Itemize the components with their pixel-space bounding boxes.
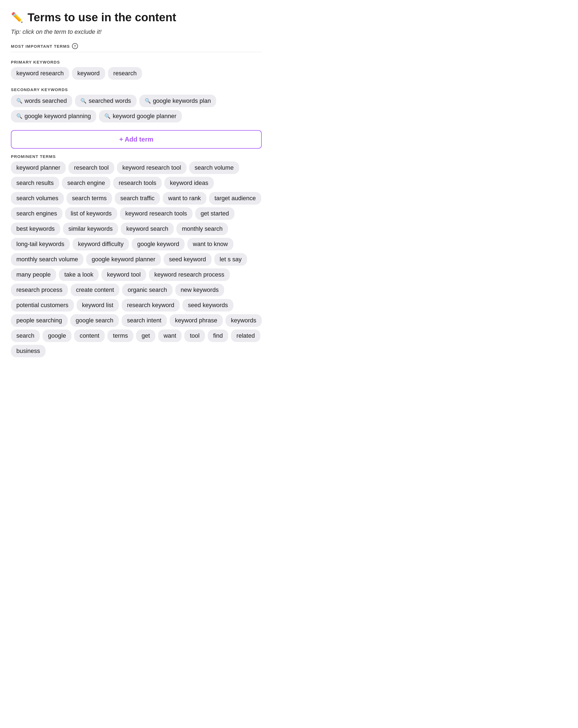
tag-keyword-tool[interactable]: keyword tool — [102, 268, 146, 281]
tag-keyword-research-process[interactable]: keyword research process — [149, 268, 230, 281]
tag-terms[interactable]: terms — [107, 330, 133, 342]
tag-search-engine[interactable]: search engine — [62, 177, 110, 189]
tag-words-searched[interactable]: 🔍 words searched — [11, 95, 72, 107]
tag-new-keywords[interactable]: new keywords — [175, 284, 224, 296]
primary-keywords-label: PRIMARY KEYWORDS — [11, 60, 262, 64]
tip-text: Tip: click on the term to exclude it! — [11, 28, 262, 35]
tag-long-tail-keywords[interactable]: long-tail keywords — [11, 238, 70, 251]
page-title: Terms to use in the content — [28, 11, 176, 24]
tag-research-tool[interactable]: research tool — [68, 161, 114, 174]
tag-keyword-research-tools[interactable]: keyword research tools — [120, 207, 192, 220]
search-icon: 🔍 — [16, 113, 22, 119]
tag-google-keywords-plan[interactable]: 🔍 google keywords plan — [139, 95, 217, 107]
tag-seed-keywords[interactable]: seed keywords — [183, 299, 233, 311]
search-icon: 🔍 — [80, 98, 86, 104]
add-term-button[interactable]: + Add term — [11, 130, 262, 149]
tag-target-audience[interactable]: target audience — [209, 192, 262, 205]
tag-research[interactable]: research — [108, 67, 142, 80]
tag-searched-words[interactable]: 🔍 searched words — [75, 95, 136, 107]
primary-keywords-section: PRIMARY KEYWORDS keyword research keywor… — [11, 60, 262, 80]
most-important-help-icon[interactable]: ? — [72, 43, 78, 49]
tag-google-keyword-planner[interactable]: google keyword planner — [86, 253, 161, 266]
tag-potential-customers[interactable]: potential customers — [11, 299, 74, 311]
tag-research-process[interactable]: research process — [11, 284, 68, 296]
tag-want[interactable]: want — [158, 330, 182, 342]
tag-create-content[interactable]: create content — [71, 284, 119, 296]
tag-get-started[interactable]: get started — [195, 207, 235, 220]
tag-google[interactable]: google — [43, 330, 72, 342]
tag-search-engines[interactable]: search engines — [11, 207, 62, 220]
tag-business[interactable]: business — [11, 345, 46, 357]
secondary-keywords-label: SECONDARY KEYWORDS — [11, 87, 262, 92]
tag-search-volume[interactable]: search volume — [189, 161, 239, 174]
tag-keyword-research[interactable]: keyword research — [11, 67, 69, 80]
tag-seed-keyword[interactable]: seed keyword — [164, 253, 212, 266]
tag-search-traffic[interactable]: search traffic — [115, 192, 160, 205]
tag-keyword-google-planner[interactable]: 🔍 keyword google planner — [99, 110, 182, 123]
tag-google-keyword[interactable]: google keyword — [132, 238, 185, 251]
tag-people-searching[interactable]: people searching — [11, 314, 67, 327]
tag-keyword-search[interactable]: keyword search — [121, 223, 174, 235]
tag-let-s-say[interactable]: let s say — [214, 253, 247, 266]
tag-keyword-difficulty[interactable]: keyword difficulty — [73, 238, 129, 251]
divider — [11, 52, 262, 52]
page-header: ✏️ Terms to use in the content — [11, 11, 262, 24]
tag-keyword-phrase[interactable]: keyword phrase — [170, 314, 223, 327]
tag-find[interactable]: find — [208, 330, 228, 342]
pencil-icon: ✏️ — [11, 12, 23, 23]
tag-want-to-rank[interactable]: want to rank — [163, 192, 207, 205]
prominent-terms-label: PROMINENT TERMS — [11, 154, 262, 159]
tag-list-of-keywords[interactable]: list of keywords — [65, 207, 117, 220]
tag-keyword-list[interactable]: keyword list — [77, 299, 119, 311]
tag-search-intent[interactable]: search intent — [121, 314, 167, 327]
tag-search[interactable]: search — [11, 330, 40, 342]
tag-google-search[interactable]: google search — [70, 314, 119, 327]
primary-keywords-group: keyword research keyword research — [11, 67, 262, 80]
tag-search-volumes[interactable]: search volumes — [11, 192, 64, 205]
tag-get[interactable]: get — [136, 330, 156, 342]
tag-related[interactable]: related — [231, 330, 260, 342]
search-icon: 🔍 — [16, 98, 22, 104]
tag-search-terms[interactable]: search terms — [66, 192, 112, 205]
most-important-section: MOST IMPORTANT TERMS ? — [11, 43, 262, 52]
tag-keyword-planner[interactable]: keyword planner — [11, 161, 66, 174]
tag-keyword-research-tool[interactable]: keyword research tool — [117, 161, 187, 174]
most-important-label: MOST IMPORTANT TERMS ? — [11, 43, 262, 49]
tag-keyword[interactable]: keyword — [72, 67, 105, 80]
tag-keyword-ideas[interactable]: keyword ideas — [164, 177, 214, 189]
tag-tool[interactable]: tool — [184, 330, 205, 342]
tag-many-people[interactable]: many people — [11, 268, 56, 281]
tag-keywords[interactable]: keywords — [225, 314, 262, 327]
search-icon: 🔍 — [104, 113, 110, 119]
secondary-keywords-section: SECONDARY KEYWORDS 🔍 words searched 🔍 se… — [11, 87, 262, 123]
tag-google-keyword-planning[interactable]: 🔍 google keyword planning — [11, 110, 96, 123]
tag-content[interactable]: content — [74, 330, 105, 342]
tag-take-a-look[interactable]: take a look — [59, 268, 99, 281]
tag-organic-search[interactable]: organic search — [122, 284, 172, 296]
tag-search-results[interactable]: search results — [11, 177, 59, 189]
tag-want-to-know[interactable]: want to know — [187, 238, 233, 251]
secondary-keywords-group: 🔍 words searched 🔍 searched words 🔍 goog… — [11, 95, 262, 123]
search-icon: 🔍 — [145, 98, 151, 104]
prominent-terms-section: PROMINENT TERMS keyword planner research… — [11, 154, 262, 357]
tag-similar-keywords[interactable]: similar keywords — [63, 223, 118, 235]
tag-monthly-search-volume[interactable]: monthly search volume — [11, 253, 83, 266]
tag-research-keyword[interactable]: research keyword — [121, 299, 180, 311]
tag-monthly-search[interactable]: monthly search — [176, 223, 228, 235]
tag-best-keywords[interactable]: best keywords — [11, 223, 60, 235]
tag-research-tools[interactable]: research tools — [113, 177, 162, 189]
prominent-terms-group: keyword planner research tool keyword re… — [11, 161, 262, 357]
